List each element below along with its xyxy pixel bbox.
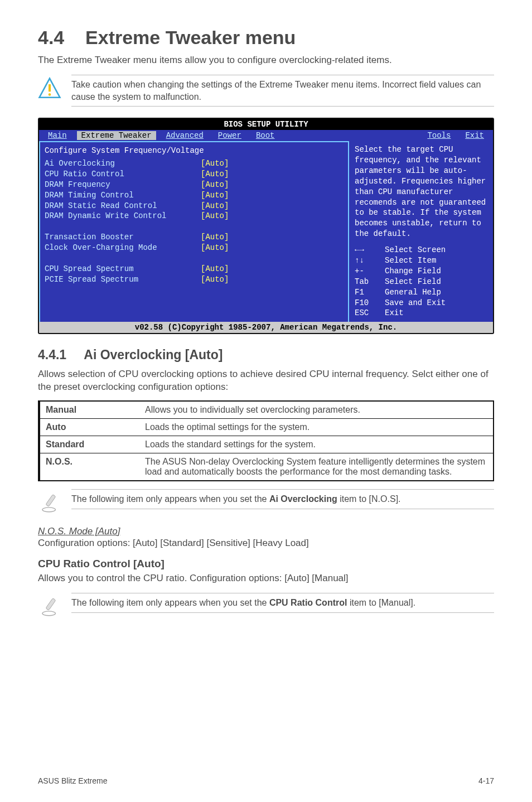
option-name: Standard [39, 436, 139, 453]
info-note-2: The following item only appears when you… [38, 593, 494, 619]
page-title: 4.4 Extreme Tweaker menu [38, 27, 494, 49]
bios-setting-row[interactable]: Ai Overclocking[Auto] [45, 158, 344, 169]
bios-key-desc: General Help [385, 287, 441, 298]
bios-setting-label: Transaction Booster [45, 232, 201, 243]
option-desc: Loads the optimal settings for the syste… [139, 419, 494, 436]
bios-setting-label: CPU Ratio Control [45, 169, 201, 180]
bios-setting-label: CPU Spread Spectrum [45, 264, 201, 274]
intro-paragraph: The Extreme Tweaker menu items allow you… [38, 54, 494, 67]
bios-key: ←→ [355, 245, 379, 255]
bios-setting-row[interactable]: DRAM Timing Control[Auto] [45, 190, 344, 201]
option-desc: The ASUS Non-delay Overclocking System f… [139, 453, 494, 481]
option-name: Auto [39, 419, 139, 436]
bios-setting-row[interactable]: Clock Over-Charging Mode[Auto] [45, 243, 344, 253]
bios-setting-row[interactable]: CPU Ratio Control[Auto] [45, 169, 344, 180]
heading-number: 4.4 [38, 27, 64, 48]
bios-setting-value[interactable]: [Auto] [201, 201, 229, 211]
section-title: Ai Overclocking [Auto] [84, 347, 223, 362]
bios-tab-exit[interactable]: Exit [461, 131, 489, 140]
note1-suffix: item to [N.O.S]. [340, 494, 400, 504]
section-number: 4.4.1 [38, 347, 66, 362]
bios-screenshot: BIOS SETUP UTILITY Main Extreme Tweaker … [38, 118, 494, 334]
bios-setting-row[interactable]: CPU Spread Spectrum[Auto] [45, 264, 344, 274]
bios-setting-row[interactable]: DRAM Frequency[Auto] [45, 180, 344, 190]
bios-tab-main[interactable]: Main [43, 131, 71, 140]
bios-content: Configure System Frequency/Voltage Ai Ov… [39, 141, 493, 322]
bios-key-row: ←→Select Screen [355, 245, 487, 255]
bios-setting-value[interactable]: [Auto] [201, 274, 229, 285]
bios-key-help: ←→Select Screen↑↓Select Item+-Change Fie… [355, 245, 487, 318]
caution-icon [38, 77, 61, 100]
bios-footer: v02.58 (C)Copyright 1985-2007, American … [39, 322, 493, 333]
note1-bold: Ai Overclocking [269, 494, 337, 504]
bios-key: +- [355, 266, 379, 277]
pencil-icon [38, 491, 61, 515]
section-4-4-1-title: 4.4.1 Ai Overclocking [Auto] [38, 347, 494, 363]
table-row: AutoLoads the optimal settings for the s… [39, 419, 494, 436]
svg-point-2 [49, 93, 51, 96]
bios-setting-row[interactable]: DRAM Static Read Control[Auto] [45, 201, 344, 211]
table-row: ManualAllows you to individually set ove… [39, 401, 494, 419]
bios-key: ↑↓ [355, 255, 379, 266]
bios-setting-value[interactable]: [Auto] [201, 232, 229, 243]
bios-tab-power[interactable]: Power [214, 131, 246, 140]
bios-key: F1 [355, 287, 379, 298]
bios-setting-value[interactable]: [Auto] [201, 169, 229, 180]
nos-mode-options: Configuration options: [Auto] [Standard]… [38, 537, 494, 550]
document-page: 4.4 Extreme Tweaker menu The Extreme Twe… [0, 0, 532, 802]
bios-setting-row[interactable]: DRAM Dynamic Write Control[Auto] [45, 211, 344, 221]
svg-rect-4 [46, 495, 56, 507]
bios-key-row: ESCExit [355, 308, 487, 318]
bios-setting-value[interactable]: [Auto] [201, 243, 229, 253]
bios-right-pane: Select the target CPU frequency, and the… [348, 141, 493, 322]
note1-prefix: The following item only appears when you… [71, 494, 269, 504]
option-desc: Loads the standard settings for the syst… [139, 436, 494, 453]
bios-key-desc: Select Field [385, 277, 441, 287]
bios-setting-value[interactable]: [Auto] [201, 264, 229, 274]
bios-tab-boot[interactable]: Boot [252, 131, 279, 140]
bios-key-row: +-Change Field [355, 266, 487, 277]
bios-subhead: Configure System Frequency/Voltage [45, 146, 344, 156]
option-desc: Allows you to individually set overclock… [139, 401, 494, 419]
bios-tab-advanced[interactable]: Advanced [162, 131, 208, 140]
svg-rect-6 [46, 598, 56, 611]
cpu-ratio-title: CPU Ratio Control [Auto] [38, 558, 494, 570]
bios-tab-tools[interactable]: Tools [423, 131, 455, 140]
bios-key-row: F1General Help [355, 287, 487, 298]
bios-setting-label: DRAM Frequency [45, 180, 201, 190]
bios-key-desc: Exit [385, 308, 404, 318]
info-note-1: The following item only appears when you… [38, 489, 494, 515]
bios-setting-row[interactable]: PCIE Spread Spectrum[Auto] [45, 274, 344, 285]
bios-key-desc: Select Screen [385, 245, 446, 255]
info-note-2-text: The following item only appears when you… [71, 593, 494, 613]
bios-setting-value[interactable]: [Auto] [201, 180, 229, 190]
bios-key: Tab [355, 277, 379, 287]
bios-tab-extreme-tweaker[interactable]: Extreme Tweaker [77, 131, 156, 140]
section-4-4-1-paragraph: Allows selection of CPU overclocking opt… [38, 368, 494, 394]
table-row: N.O.S.The ASUS Non-delay Overclocking Sy… [39, 453, 494, 481]
bios-setting-label: DRAM Dynamic Write Control [45, 211, 201, 221]
bios-key-row: F10Save and Exit [355, 298, 487, 308]
bios-key-row: ↑↓Select Item [355, 255, 487, 266]
pencil-icon [38, 595, 61, 619]
bios-key-desc: Change Field [385, 266, 441, 277]
bios-setting-value[interactable]: [Auto] [201, 190, 229, 201]
overclocking-options-table: ManualAllows you to individually set ove… [38, 400, 494, 481]
footer-left: ASUS Blitz Extreme [38, 776, 107, 785]
svg-point-3 [42, 508, 56, 512]
bios-setting-value[interactable]: [Auto] [201, 211, 229, 221]
footer-right: 4-17 [478, 776, 494, 785]
bios-setting-row[interactable]: Transaction Booster[Auto] [45, 232, 344, 243]
bios-key-row: TabSelect Field [355, 277, 487, 287]
note2-bold: CPU Ratio Control [269, 598, 347, 607]
table-row: StandardLoads the standard settings for … [39, 436, 494, 453]
cpu-ratio-paragraph: Allows you to control the CPU ratio. Con… [38, 572, 494, 585]
bios-setting-value[interactable]: [Auto] [201, 158, 229, 169]
bios-key-desc: Save and Exit [385, 298, 446, 308]
heading-title: Extreme Tweaker menu [85, 27, 296, 48]
bios-setting-label: DRAM Timing Control [45, 190, 201, 201]
bios-setting-row [45, 253, 344, 264]
bios-setting-row [45, 221, 344, 232]
bios-help-text: Select the target CPU frequency, and the… [355, 144, 487, 239]
option-name: N.O.S. [39, 453, 139, 481]
